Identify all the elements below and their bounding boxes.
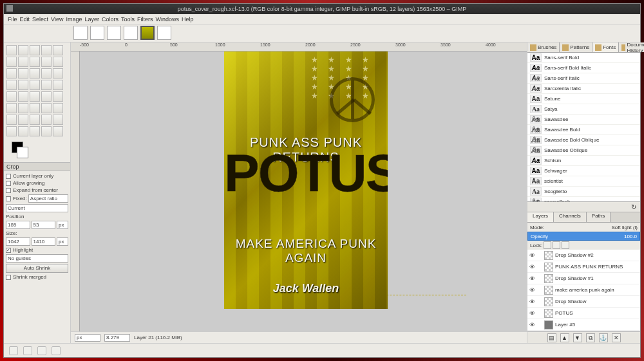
tool-button[interactable] bbox=[30, 80, 40, 90]
tool-button[interactable] bbox=[41, 45, 52, 55]
background-color[interactable] bbox=[17, 147, 28, 158]
size-w-input[interactable]: 1042 bbox=[6, 237, 30, 246]
layer-action-button[interactable]: ✕ bbox=[612, 333, 621, 342]
tool-button[interactable] bbox=[6, 80, 17, 90]
visibility-icon[interactable]: 👁 bbox=[527, 299, 536, 305]
canvas-artwork[interactable]: ★ ★ ★ ★★ ★ ★ ★★ ★ ★ ★★ ★ ★ ★★ ★ ★ ★ PUNK… bbox=[224, 51, 388, 309]
layer-action-button[interactable]: ⧉ bbox=[586, 333, 595, 342]
visibility-icon[interactable]: 👁 bbox=[527, 275, 536, 282]
tool-button[interactable] bbox=[18, 115, 28, 125]
thumb[interactable] bbox=[157, 26, 171, 40]
layer-action-button[interactable]: ▲ bbox=[560, 333, 569, 342]
visibility-icon[interactable]: 👁 bbox=[527, 310, 536, 317]
tool-button[interactable] bbox=[18, 91, 28, 102]
menu-colors[interactable]: Colors bbox=[102, 16, 118, 23]
menu-file[interactable]: File bbox=[8, 16, 17, 23]
layer-name[interactable]: Drop Shadow bbox=[555, 299, 586, 304]
layer-name[interactable]: Drop Shadow #1 bbox=[555, 275, 594, 281]
tool-button[interactable] bbox=[41, 115, 52, 125]
font-item[interactable]: AaSchwager bbox=[527, 166, 640, 176]
font-item[interactable]: AaSatya bbox=[527, 104, 640, 115]
thumb-active[interactable] bbox=[140, 26, 155, 40]
color-swatches[interactable] bbox=[6, 142, 68, 160]
tool-button[interactable] bbox=[18, 68, 28, 79]
dock-tab[interactable]: Brushes bbox=[527, 42, 560, 52]
font-item[interactable]: AaSawasdee Bold Oblique bbox=[527, 135, 640, 145]
menu-windows[interactable]: Windows bbox=[155, 16, 179, 23]
layer-row[interactable]: 👁Drop Shadow bbox=[527, 296, 640, 308]
ruler-horizontal[interactable]: -50005001000150020002500300035004000 bbox=[71, 42, 527, 51]
layer-name[interactable]: make america punk again bbox=[555, 287, 614, 293]
menu-view[interactable]: View bbox=[51, 16, 63, 23]
bottom-icon[interactable] bbox=[9, 346, 18, 355]
menu-layer[interactable]: Layer bbox=[84, 16, 99, 23]
visibility-icon[interactable]: 👁 bbox=[527, 322, 536, 328]
thumb[interactable] bbox=[107, 26, 121, 40]
panel-tab-channels[interactable]: Channels bbox=[554, 212, 587, 222]
font-item[interactable]: AaSawasdee Oblique bbox=[527, 145, 640, 156]
tool-button[interactable] bbox=[53, 57, 63, 67]
tool-button[interactable] bbox=[53, 103, 63, 113]
ruler-vertical[interactable] bbox=[71, 51, 80, 331]
font-item[interactable]: AaSchism bbox=[527, 156, 640, 166]
zoom-input[interactable]: 8.279 bbox=[104, 334, 130, 342]
layer-row[interactable]: 👁Drop Shadow #1 bbox=[527, 273, 640, 284]
size-h-input[interactable]: 1410 bbox=[32, 237, 56, 246]
tool-button[interactable] bbox=[30, 57, 40, 67]
tool-button[interactable] bbox=[6, 57, 17, 67]
tool-button[interactable] bbox=[53, 68, 63, 79]
visibility-icon[interactable]: 👁 bbox=[527, 264, 536, 270]
guides-select[interactable]: No guides bbox=[6, 254, 68, 263]
thumb[interactable] bbox=[90, 26, 104, 40]
tool-button[interactable] bbox=[18, 45, 28, 55]
layer-row[interactable]: 👁POTUS bbox=[527, 308, 640, 319]
visibility-icon[interactable]: 👁 bbox=[527, 252, 536, 259]
dock-tab[interactable]: Fonts bbox=[592, 42, 619, 52]
lock-pixels-icon[interactable] bbox=[544, 241, 551, 249]
layer-row[interactable]: 👁Drop Shadow #2 bbox=[527, 250, 640, 261]
tool-button[interactable] bbox=[41, 68, 52, 79]
menu-tools[interactable]: Tools bbox=[121, 16, 135, 23]
font-item[interactable]: AaSatune bbox=[527, 94, 640, 104]
chk-expand-center[interactable]: Expand from center bbox=[6, 187, 68, 193]
dock-tab[interactable]: Patterns bbox=[560, 42, 592, 52]
panel-tab-paths[interactable]: Paths bbox=[587, 212, 611, 222]
font-item[interactable]: AaScoglietto bbox=[527, 187, 640, 197]
layer-name[interactable]: Layer #5 bbox=[555, 322, 575, 328]
menu-help[interactable]: Help bbox=[182, 16, 194, 23]
tool-button[interactable] bbox=[30, 68, 40, 79]
menu-edit[interactable]: Edit bbox=[20, 16, 30, 23]
fixed-mode-select[interactable]: Aspect ratio bbox=[28, 194, 68, 203]
layer-row[interactable]: 👁make america punk again bbox=[527, 284, 640, 296]
layer-name[interactable]: PUNK ASS PUNK RETURNS bbox=[555, 264, 623, 270]
pos-x-input[interactable]: 185 bbox=[6, 221, 30, 229]
tool-button[interactable] bbox=[18, 103, 28, 113]
tool-button[interactable] bbox=[6, 68, 17, 79]
font-item[interactable]: Aascoresflash bbox=[527, 197, 640, 202]
menu-image[interactable]: Image bbox=[66, 16, 82, 23]
tool-button[interactable] bbox=[53, 91, 63, 102]
refresh-icon[interactable]: ↻ bbox=[631, 203, 636, 210]
chk-allow-growing[interactable]: Allow growing bbox=[6, 180, 68, 186]
tool-button[interactable] bbox=[18, 126, 28, 136]
viewport[interactable]: ★ ★ ★ ★★ ★ ★ ★★ ★ ★ ★★ ★ ★ ★★ ★ ★ ★ PUNK… bbox=[71, 51, 527, 331]
tool-button[interactable] bbox=[18, 57, 28, 67]
font-item[interactable]: AaSawasdee Bold bbox=[527, 125, 640, 135]
font-item[interactable]: AaSawasdee bbox=[527, 115, 640, 125]
layer-name[interactable]: POTUS bbox=[555, 310, 573, 316]
tool-button[interactable] bbox=[6, 91, 17, 102]
visibility-icon[interactable]: 👁 bbox=[527, 287, 536, 293]
size-unit[interactable]: px bbox=[57, 237, 68, 246]
tool-button[interactable] bbox=[41, 80, 52, 90]
tool-button[interactable] bbox=[30, 126, 40, 136]
layer-row[interactable]: 👁PUNK ASS PUNK RETURNS bbox=[527, 261, 640, 273]
canvas-background[interactable]: ★ ★ ★ ★★ ★ ★ ★★ ★ ★ ★★ ★ ★ ★★ ★ ★ ★ PUNK… bbox=[80, 51, 527, 331]
menu-filters[interactable]: Filters bbox=[137, 16, 153, 23]
tool-button[interactable] bbox=[53, 115, 63, 125]
tool-button[interactable] bbox=[6, 115, 17, 125]
tool-button[interactable] bbox=[6, 103, 17, 113]
tool-button[interactable] bbox=[6, 126, 17, 136]
chk-current-layer[interactable]: Current layer only bbox=[6, 173, 68, 179]
panel-tab-layers[interactable]: Layers bbox=[527, 212, 554, 222]
chk-shrink-merged[interactable]: Shrink merged bbox=[6, 274, 68, 280]
